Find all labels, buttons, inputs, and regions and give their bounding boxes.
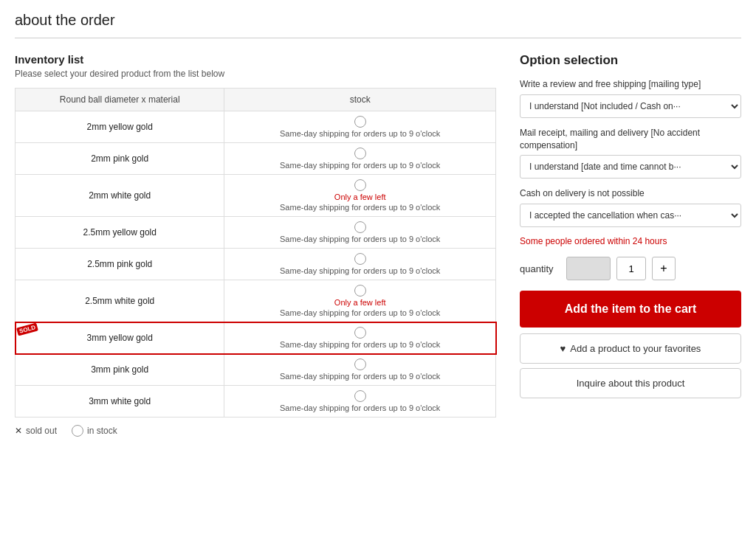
stock-cell[interactable]: Only a few leftSame-day shipping for ord… [224, 175, 496, 217]
table-row[interactable]: SOLD3mm yellow goldSame-day shipping for… [16, 322, 496, 354]
stock-radio[interactable] [354, 253, 366, 265]
stock-text: Same-day shipping for orders up to 9 o'c… [280, 203, 440, 212]
right-panel: Option selection Write a review and free… [520, 53, 741, 398]
product-name-cell: 2.5mm white gold [16, 280, 224, 322]
stock-radio[interactable] [354, 221, 366, 233]
stock-cell[interactable]: Same-day shipping for orders up to 9 o'c… [224, 143, 496, 175]
table-row[interactable]: 2mm white goldOnly a few leftSame-day sh… [16, 175, 496, 217]
product-name-cell: 2mm yellow gold [16, 111, 224, 143]
stock-radio[interactable] [354, 116, 366, 128]
stock-cell[interactable]: Same-day shipping for orders up to 9 o'c… [224, 322, 496, 354]
stock-content: Same-day shipping for orders up to 9 o'c… [232, 116, 488, 138]
promo-text: Some people ordered within 24 hours [520, 236, 741, 246]
inventory-table: Round ball diameter x material stock 2mm… [15, 88, 496, 418]
heart-icon: ♥ [560, 343, 566, 354]
product-name-cell: 3mm white gold [16, 386, 224, 418]
product-name: 2mm yellow gold [87, 122, 153, 132]
quantity-input[interactable] [616, 257, 646, 280]
inquire-button[interactable]: Inquire about this product [520, 368, 741, 398]
quantity-label: quantity [520, 263, 560, 274]
product-name-cell: 3mm pink gold [16, 354, 224, 386]
quantity-minus-button[interactable] [566, 257, 611, 280]
product-name-cell: 2mm white gold [16, 175, 224, 217]
stock-text: Same-day shipping for orders up to 9 o'c… [280, 266, 440, 275]
stock-content: Same-day shipping for orders up to 9 o'c… [232, 148, 488, 170]
stock-radio[interactable] [354, 285, 366, 297]
product-name-cell: 2.5mm yellow gold [16, 217, 224, 249]
option-group-2: Mail receipt, mailing and delivery [No a… [520, 127, 741, 179]
product-name: 3mm yellow gold [87, 333, 153, 343]
stock-text: Same-day shipping for orders up to 9 o'c… [280, 161, 440, 170]
sold-out-label: sold out [26, 426, 57, 436]
product-name: 2.5mm yellow gold [83, 227, 157, 238]
sold-out-icon: ✕ [15, 426, 22, 436]
table-row[interactable]: 2.5mm yellow goldSame-day shipping for o… [16, 217, 496, 249]
product-name-cell: SOLD3mm yellow gold [16, 322, 224, 354]
table-row[interactable]: 2mm yellow goldSame-day shipping for ord… [16, 111, 496, 143]
legend-in-stock: in stock [72, 425, 117, 437]
stock-content: Same-day shipping for orders up to 9 o'c… [232, 253, 488, 275]
table-row[interactable]: 2.5mm pink goldSame-day shipping for ord… [16, 249, 496, 280]
stock-text: Same-day shipping for orders up to 9 o'c… [280, 340, 440, 349]
inventory-title: Inventory list [15, 53, 496, 66]
stock-content: Same-day shipping for orders up to 9 o'c… [232, 390, 488, 412]
stock-cell[interactable]: Same-day shipping for orders up to 9 o'c… [224, 111, 496, 143]
product-name: 2mm white gold [89, 190, 151, 201]
table-row[interactable]: 2mm pink goldSame-day shipping for order… [16, 143, 496, 175]
product-name: 3mm pink gold [91, 364, 148, 375]
col-header-product: Round ball diameter x material [16, 89, 224, 111]
only-few-text: Only a few left [334, 193, 386, 201]
add-to-favorites-button[interactable]: ♥ Add a product to your favorites [520, 333, 741, 364]
stock-radio[interactable] [354, 358, 366, 370]
stock-text: Same-day shipping for orders up to 9 o'c… [280, 235, 440, 243]
option-section-title: Option selection [520, 53, 741, 68]
col-header-stock: stock [224, 89, 496, 111]
inventory-subtitle: Please select your desired product from … [15, 69, 496, 79]
stock-radio[interactable] [354, 179, 366, 191]
table-row[interactable]: 3mm white goldSame-day shipping for orde… [16, 386, 496, 418]
option-select-1[interactable]: I understand [Not included / Cash on··· [520, 94, 741, 118]
option-group-1: Write a review and free shipping [mailin… [520, 78, 741, 118]
option-label-1: Write a review and free shipping [mailin… [520, 78, 741, 91]
sold-out-badge: SOLD [16, 323, 38, 336]
legend: ✕ sold out in stock [15, 425, 496, 437]
option-label-3: Cash on delivery is not possible [520, 187, 741, 200]
product-name: 2.5mm pink gold [87, 259, 152, 269]
product-name: 2.5mm white gold [85, 296, 154, 306]
product-name: 3mm white gold [89, 396, 151, 406]
stock-text: Same-day shipping for orders up to 9 o'c… [280, 372, 440, 381]
page-title: about the order [15, 12, 741, 38]
favorite-button-label: Add a product to your favorites [570, 343, 701, 354]
legend-sold-out: ✕ sold out [15, 426, 57, 436]
left-panel: Inventory list Please select your desire… [15, 53, 496, 437]
table-row[interactable]: 3mm pink goldSame-day shipping for order… [16, 354, 496, 386]
stock-content: Only a few leftSame-day shipping for ord… [232, 285, 488, 317]
stock-text: Same-day shipping for orders up to 9 o'c… [280, 308, 440, 317]
option-group-3: Cash on delivery is not possible I accep… [520, 187, 741, 227]
stock-cell[interactable]: Same-day shipping for orders up to 9 o'c… [224, 354, 496, 386]
quantity-row: quantity + [520, 257, 741, 280]
stock-radio[interactable] [354, 390, 366, 402]
option-label-2: Mail receipt, mailing and delivery [No a… [520, 127, 741, 152]
option-select-2[interactable]: I understand [date and time cannot b··· [520, 155, 741, 179]
option-select-3[interactable]: I accepted the cancellation when cas··· [520, 204, 741, 227]
only-few-text: Only a few left [334, 298, 386, 307]
product-name-cell: 2.5mm pink gold [16, 249, 224, 280]
stock-content: Same-day shipping for orders up to 9 o'c… [232, 327, 488, 349]
in-stock-icon [72, 425, 83, 437]
stock-cell[interactable]: Same-day shipping for orders up to 9 o'c… [224, 249, 496, 280]
table-row[interactable]: 2.5mm white goldOnly a few leftSame-day … [16, 280, 496, 322]
stock-content: Same-day shipping for orders up to 9 o'c… [232, 221, 488, 243]
product-name: 2mm pink gold [91, 153, 148, 164]
add-to-cart-button[interactable]: Add the item to the cart [520, 291, 741, 328]
stock-cell[interactable]: Same-day shipping for orders up to 9 o'c… [224, 386, 496, 418]
stock-content: Same-day shipping for orders up to 9 o'c… [232, 358, 488, 381]
stock-text: Same-day shipping for orders up to 9 o'c… [280, 129, 440, 138]
stock-radio[interactable] [354, 327, 366, 339]
stock-cell[interactable]: Same-day shipping for orders up to 9 o'c… [224, 217, 496, 249]
stock-text: Same-day shipping for orders up to 9 o'c… [280, 403, 440, 412]
product-name-cell: 2mm pink gold [16, 143, 224, 175]
quantity-plus-button[interactable]: + [652, 257, 676, 280]
stock-cell[interactable]: Only a few leftSame-day shipping for ord… [224, 280, 496, 322]
stock-radio[interactable] [354, 148, 366, 159]
